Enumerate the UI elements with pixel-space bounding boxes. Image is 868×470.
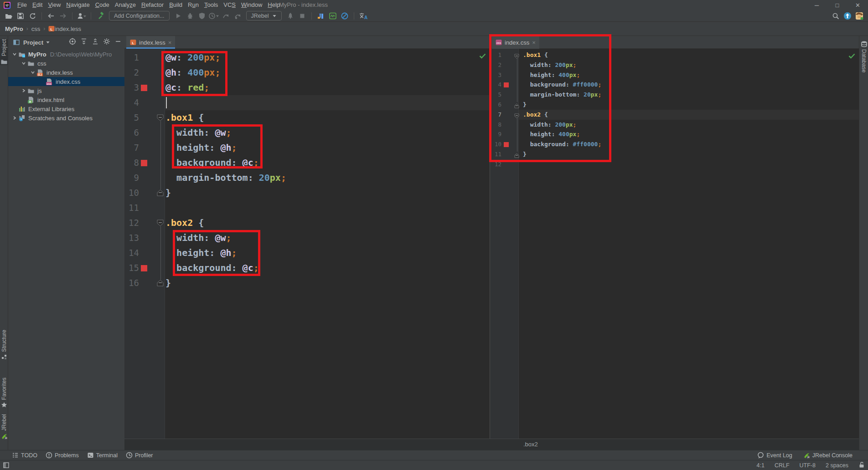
tool-window-button-profiler[interactable]: Profiler bbox=[126, 452, 153, 459]
build-project-button[interactable] bbox=[95, 11, 105, 21]
run-with-jrebel-button[interactable] bbox=[221, 11, 231, 21]
tool-window-tab-jrebel[interactable]: JRebelJR bbox=[0, 414, 8, 439]
tool-window-tab-database[interactable]: Database bbox=[859, 41, 868, 72]
tool-window-switcher-icon[interactable] bbox=[3, 462, 10, 469]
locate-file-button[interactable] bbox=[69, 38, 76, 47]
debug-with-jrebel-button[interactable] bbox=[232, 11, 243, 21]
menu-tools[interactable]: Tools bbox=[202, 0, 221, 10]
commit-history-button[interactable] bbox=[77, 11, 87, 21]
menu-window[interactable]: Window bbox=[238, 0, 265, 10]
tree-item-mypro[interactable]: MyProD:\Develop\Web\MyPro bbox=[8, 50, 124, 59]
caret-position[interactable]: 4:1 bbox=[757, 462, 765, 469]
file-less-icon: (L) bbox=[36, 69, 44, 76]
unlock-icon[interactable] bbox=[858, 461, 865, 470]
tool-window-button-jrebel-console[interactable]: JRJRebel Console bbox=[803, 452, 852, 459]
run-button[interactable] bbox=[173, 11, 183, 21]
file-encoding[interactable]: UTF-8 bbox=[800, 462, 816, 469]
close-button[interactable]: ✕ bbox=[847, 0, 868, 10]
power-save-button[interactable] bbox=[340, 11, 350, 21]
search-everywhere-button[interactable] bbox=[831, 11, 841, 21]
update-available-button[interactable] bbox=[842, 11, 852, 21]
menu-file[interactable]: File bbox=[15, 0, 30, 10]
chevron-down-icon[interactable] bbox=[11, 51, 18, 58]
fold-end-icon[interactable] bbox=[157, 280, 164, 288]
tool-window-button-event-log[interactable]: Event Log bbox=[757, 452, 792, 459]
hide-panel-button[interactable] bbox=[114, 38, 122, 47]
maximize-button[interactable]: □ bbox=[827, 0, 847, 10]
minimize-button[interactable]: ─ bbox=[806, 0, 827, 10]
toolbar-separator bbox=[311, 12, 312, 20]
tree-item-label: css bbox=[37, 60, 46, 67]
save-all-button[interactable] bbox=[16, 11, 26, 21]
stop-button[interactable] bbox=[297, 11, 307, 21]
menu-edit[interactable]: Edit bbox=[30, 0, 45, 10]
jrebel-dropdown[interactable]: JRebel bbox=[246, 11, 282, 20]
fold-start-icon[interactable] bbox=[157, 220, 164, 228]
monitor-button[interactable] bbox=[328, 11, 338, 21]
tree-item-index-css[interactable]: cssindex.css bbox=[8, 77, 124, 86]
synchronize-button[interactable] bbox=[27, 11, 37, 21]
title-bar: FileEditViewNavigateCodeAnalyzeRefactorB… bbox=[0, 0, 868, 10]
menu-refactor[interactable]: Refactor bbox=[139, 0, 166, 10]
tree-item-index-html[interactable]: Hindex.html bbox=[8, 95, 124, 104]
indent-style[interactable]: 2 spaces bbox=[826, 462, 848, 469]
project-panel-header: Project bbox=[8, 36, 124, 49]
editor-tab-index.less[interactable]: Lindex.less× bbox=[126, 36, 175, 49]
menu-navigate[interactable]: Navigate bbox=[63, 0, 92, 10]
coverage-button[interactable] bbox=[197, 11, 207, 21]
close-tab-icon[interactable]: × bbox=[168, 39, 172, 46]
breakpoint-icon[interactable] bbox=[141, 265, 147, 271]
tree-item-js[interactable]: js bbox=[8, 86, 124, 95]
tool-window-tab-favorites[interactable]: Favorites bbox=[0, 378, 8, 408]
navigate-back-button[interactable] bbox=[46, 11, 56, 21]
open-file-button[interactable] bbox=[4, 11, 14, 21]
navigate-forward-button-glyph bbox=[59, 12, 67, 20]
rerun-button[interactable] bbox=[285, 11, 295, 21]
monitor-button-glyph bbox=[329, 12, 337, 20]
breakpoint-icon[interactable] bbox=[141, 160, 147, 166]
menu-run[interactable]: Run bbox=[185, 0, 202, 10]
chevron-right-icon[interactable] bbox=[20, 87, 27, 94]
menu-analyze[interactable]: Analyze bbox=[112, 0, 139, 10]
jprofiler-button[interactable]: J bbox=[316, 11, 326, 21]
tool-window-tab-structure[interactable]: Structure bbox=[0, 330, 8, 360]
menu-view[interactable]: View bbox=[45, 0, 63, 10]
tool-window-button-todo[interactable]: TODO bbox=[12, 452, 37, 459]
project-panel-title[interactable]: Project bbox=[23, 39, 43, 46]
menu-vcs[interactable]: VCS bbox=[221, 0, 238, 10]
fold-end-icon[interactable] bbox=[157, 189, 164, 198]
navigate-forward-button[interactable] bbox=[58, 11, 68, 21]
tool-window-button-problems[interactable]: Problems bbox=[46, 452, 79, 459]
collapse-all-button[interactable] bbox=[92, 38, 99, 47]
profiler-button[interactable] bbox=[209, 11, 219, 21]
chevron-down-icon[interactable] bbox=[46, 38, 50, 46]
svg-text:A: A bbox=[364, 15, 367, 20]
tree-item-css[interactable]: css bbox=[8, 59, 124, 68]
expand-all-button[interactable] bbox=[80, 38, 88, 47]
tree-item-scratches-and-consoles[interactable]: Scratches and Consoles bbox=[8, 113, 124, 123]
fold-start-icon[interactable] bbox=[157, 114, 164, 123]
settings-button[interactable] bbox=[103, 38, 110, 47]
breadcrumb-selector[interactable]: .box2 bbox=[523, 441, 538, 448]
tree-item-external-libraries[interactable]: External Libraries bbox=[8, 104, 124, 113]
breadcrumb-item[interactable]: MyPro bbox=[5, 26, 23, 32]
tool-window-button-terminal[interactable]: Terminal bbox=[87, 452, 118, 459]
menu-build[interactable]: Build bbox=[166, 0, 185, 10]
toolbar-separator bbox=[354, 12, 354, 20]
update-available-button-glyph bbox=[843, 12, 852, 20]
tool-window-tab-project[interactable]: Project bbox=[0, 39, 8, 65]
chevron-down-icon[interactable] bbox=[20, 60, 27, 67]
line-separator[interactable]: CRLF bbox=[775, 462, 790, 469]
breadcrumb-item[interactable]: css bbox=[31, 26, 41, 32]
debug-button[interactable] bbox=[185, 11, 195, 21]
add-configuration-button[interactable]: Add Configuration... bbox=[109, 11, 170, 20]
tree-item-index-less[interactable]: (L)index.less bbox=[8, 68, 124, 77]
translate-button[interactable]: A bbox=[358, 11, 368, 21]
breadcrumb-item[interactable]: index.less bbox=[55, 26, 81, 32]
tree-item-label: js bbox=[37, 87, 41, 94]
chevron-right-icon[interactable] bbox=[11, 114, 18, 122]
breakpoint-icon[interactable] bbox=[141, 85, 147, 91]
chevron-down-icon[interactable] bbox=[29, 69, 36, 76]
user-avatar[interactable] bbox=[854, 11, 864, 21]
menu-code[interactable]: Code bbox=[93, 0, 112, 10]
